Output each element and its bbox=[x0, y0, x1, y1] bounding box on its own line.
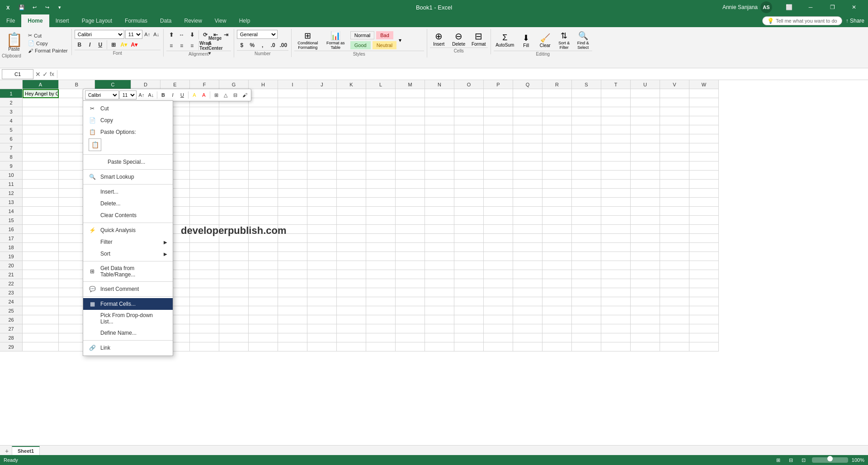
cell-w14[interactable] bbox=[689, 207, 719, 216]
col-header-q[interactable]: Q bbox=[513, 80, 542, 89]
cell-w18[interactable] bbox=[689, 243, 719, 252]
cell-f3[interactable] bbox=[190, 107, 219, 116]
cell-j24[interactable] bbox=[307, 297, 337, 306]
cell-m12[interactable] bbox=[396, 189, 425, 198]
cell-i21[interactable] bbox=[278, 270, 307, 279]
cell-u26[interactable] bbox=[631, 315, 660, 324]
cell-k20[interactable] bbox=[337, 261, 366, 270]
cell-r8[interactable] bbox=[542, 152, 572, 161]
cell-o6[interactable] bbox=[454, 134, 484, 143]
mini-highlight-button[interactable]: A bbox=[190, 90, 199, 100]
cell-m5[interactable] bbox=[396, 125, 425, 134]
cell-w19[interactable] bbox=[689, 252, 719, 261]
cell-i13[interactable] bbox=[278, 198, 307, 207]
cell-a16[interactable] bbox=[23, 225, 59, 234]
cell-q19[interactable] bbox=[513, 252, 542, 261]
col-header-w[interactable]: W bbox=[689, 80, 719, 89]
mini-merge-button[interactable]: ⊟ bbox=[231, 90, 240, 100]
cell-h11[interactable] bbox=[249, 180, 278, 189]
cell-m3[interactable] bbox=[396, 107, 425, 116]
cell-i26[interactable] bbox=[278, 315, 307, 324]
cell-r16[interactable] bbox=[542, 225, 572, 234]
cell-u12[interactable] bbox=[631, 189, 660, 198]
cell-j4[interactable] bbox=[307, 116, 337, 125]
row-header-20[interactable]: 20 bbox=[0, 261, 23, 270]
cell-l27[interactable] bbox=[366, 324, 396, 333]
cell-j6[interactable] bbox=[307, 134, 337, 143]
col-header-j[interactable]: J bbox=[307, 80, 337, 89]
cell-h7[interactable] bbox=[249, 143, 278, 152]
row-header-14[interactable]: 14 bbox=[0, 207, 23, 216]
find-select-button[interactable]: 🔍 Find &Select bbox=[574, 30, 592, 51]
cell-w11[interactable] bbox=[689, 180, 719, 189]
add-sheet-button[interactable]: + bbox=[2, 447, 12, 455]
cell-r10[interactable] bbox=[542, 171, 572, 180]
cell-o22[interactable] bbox=[454, 279, 484, 288]
cell-q11[interactable] bbox=[513, 180, 542, 189]
ctx-smart-lookup[interactable]: 🔍 Smart Lookup bbox=[83, 171, 173, 183]
cell-i19[interactable] bbox=[278, 252, 307, 261]
cell-q3[interactable] bbox=[513, 107, 542, 116]
row-header-4[interactable]: 4 bbox=[0, 116, 23, 125]
underline-button[interactable]: U bbox=[95, 40, 105, 50]
cell-o1[interactable] bbox=[454, 89, 484, 98]
cell-j29[interactable] bbox=[307, 342, 337, 351]
cell-m27[interactable] bbox=[396, 324, 425, 333]
cell-k19[interactable] bbox=[337, 252, 366, 261]
cell-o23[interactable] bbox=[454, 288, 484, 297]
cell-i20[interactable] bbox=[278, 261, 307, 270]
cell-h12[interactable] bbox=[249, 189, 278, 198]
mini-increase-font-button[interactable]: A↑ bbox=[137, 90, 146, 100]
cell-f18[interactable] bbox=[190, 243, 219, 252]
fill-color-button[interactable]: A▾ bbox=[119, 40, 129, 50]
cell-p11[interactable] bbox=[484, 180, 513, 189]
ctx-pick-dropdown[interactable]: Pick From Drop-down List... bbox=[83, 310, 173, 327]
cell-h3[interactable] bbox=[249, 107, 278, 116]
font-size-select[interactable]: 11 bbox=[125, 30, 142, 39]
ctx-delete[interactable]: Delete... bbox=[83, 198, 173, 209]
style-bad[interactable]: Bad bbox=[376, 31, 393, 39]
cell-u7[interactable] bbox=[631, 143, 660, 152]
cell-g13[interactable] bbox=[219, 198, 249, 207]
cell-s4[interactable] bbox=[572, 116, 601, 125]
cell-u11[interactable] bbox=[631, 180, 660, 189]
cell-w8[interactable] bbox=[689, 152, 719, 161]
cell-v21[interactable] bbox=[660, 270, 689, 279]
col-header-e[interactable]: E bbox=[160, 80, 190, 89]
cell-i3[interactable] bbox=[278, 107, 307, 116]
cell-k7[interactable] bbox=[337, 143, 366, 152]
cell-t2[interactable] bbox=[601, 98, 631, 107]
cell-g20[interactable] bbox=[219, 261, 249, 270]
cell-v11[interactable] bbox=[660, 180, 689, 189]
cell-a27[interactable] bbox=[23, 324, 59, 333]
cell-q23[interactable] bbox=[513, 288, 542, 297]
cell-h26[interactable] bbox=[249, 315, 278, 324]
cell-u1[interactable] bbox=[631, 89, 660, 98]
row-header-21[interactable]: 21 bbox=[0, 270, 23, 279]
cell-m4[interactable] bbox=[396, 116, 425, 125]
cell-p23[interactable] bbox=[484, 288, 513, 297]
cell-j25[interactable] bbox=[307, 306, 337, 315]
cell-n17[interactable] bbox=[425, 234, 454, 243]
percent-format-button[interactable]: % bbox=[247, 40, 257, 50]
cell-o12[interactable] bbox=[454, 189, 484, 198]
cell-s15[interactable] bbox=[572, 216, 601, 225]
cell-g28[interactable] bbox=[219, 333, 249, 342]
cell-m7[interactable] bbox=[396, 143, 425, 152]
cell-k10[interactable] bbox=[337, 171, 366, 180]
tell-me-input[interactable]: 💡 Tell me what you want to do bbox=[762, 16, 842, 25]
cell-a29[interactable] bbox=[23, 342, 59, 351]
cell-f6[interactable] bbox=[190, 134, 219, 143]
cell-t22[interactable] bbox=[601, 279, 631, 288]
cell-t4[interactable] bbox=[601, 116, 631, 125]
cell-q20[interactable] bbox=[513, 261, 542, 270]
row-header-2[interactable]: 2 bbox=[0, 98, 23, 107]
cell-q12[interactable] bbox=[513, 189, 542, 198]
tab-data[interactable]: Data bbox=[154, 14, 178, 27]
cell-w17[interactable] bbox=[689, 234, 719, 243]
cell-n10[interactable] bbox=[425, 171, 454, 180]
cell-t18[interactable] bbox=[601, 243, 631, 252]
cell-k22[interactable] bbox=[337, 279, 366, 288]
tab-home[interactable]: Home bbox=[21, 14, 49, 27]
cell-p15[interactable] bbox=[484, 216, 513, 225]
